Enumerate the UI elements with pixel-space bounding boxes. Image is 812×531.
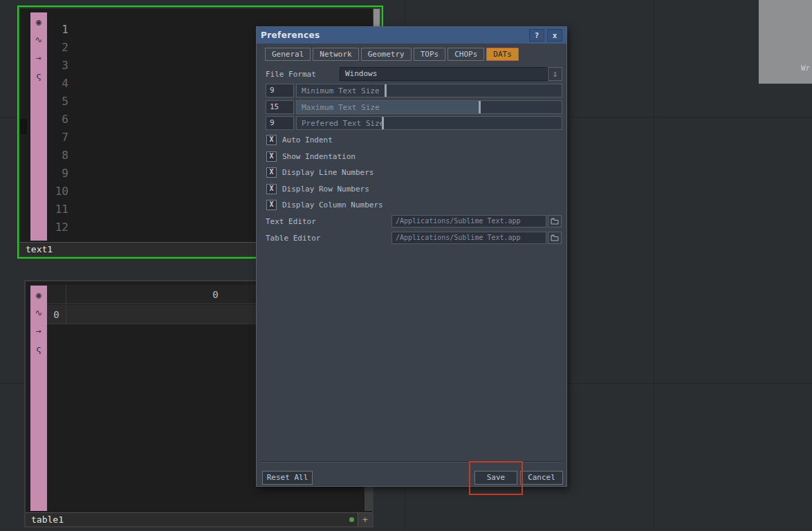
reset-all-button[interactable]: Reset All bbox=[262, 471, 313, 485]
min-text-size-slider[interactable]: Minimum Text Size bbox=[296, 84, 562, 97]
file-format-select[interactable]: Windows bbox=[340, 67, 548, 81]
folder-icon[interactable] bbox=[548, 232, 562, 244]
slider-handle[interactable] bbox=[382, 117, 384, 129]
text-editor-path-field[interactable]: /Applications/Sublime Text.app bbox=[391, 215, 546, 227]
save-highlight-annotation bbox=[469, 461, 523, 495]
line-number: 1 bbox=[52, 21, 68, 39]
slider-label: Maximum Text Size bbox=[302, 102, 380, 113]
line-number: 7 bbox=[52, 129, 68, 147]
cancel-button[interactable]: Cancel bbox=[520, 471, 563, 485]
checkbox-label: Display Row Numbers bbox=[282, 185, 369, 194]
close-icon[interactable]: x bbox=[547, 29, 562, 41]
checkbox-mark[interactable]: X bbox=[266, 200, 277, 210]
slider-handle[interactable] bbox=[385, 84, 387, 97]
folder-icon[interactable] bbox=[548, 215, 562, 227]
chevron-down-icon[interactable]: ⇩ bbox=[548, 67, 562, 81]
node-handle[interactable] bbox=[20, 119, 27, 134]
viewer-icon[interactable]: ◉ bbox=[30, 12, 47, 30]
node-toolbar: ◉ ∿ → ς bbox=[30, 12, 47, 241]
arrow-icon[interactable]: → bbox=[30, 322, 47, 339]
arrow-icon[interactable]: → bbox=[30, 48, 47, 66]
line-number: 8 bbox=[52, 147, 68, 165]
tab-geometry[interactable]: Geometry bbox=[361, 48, 412, 61]
max-text-size-slider[interactable]: Maximum Text Size bbox=[296, 100, 562, 114]
script-icon[interactable]: ς bbox=[30, 66, 47, 84]
viewer-icon[interactable]: ◉ bbox=[30, 286, 47, 304]
checkbox-label: Auto Indent bbox=[282, 136, 333, 145]
checkbox-mark[interactable]: X bbox=[266, 167, 277, 178]
node-toolbar: ◉ ∿ → ς bbox=[30, 286, 47, 511]
line-number: 4 bbox=[52, 75, 68, 93]
tab-network[interactable]: Network bbox=[313, 48, 358, 61]
dialog-titlebar[interactable]: Preferences ? x bbox=[257, 27, 566, 44]
table-row-header[interactable]: 0 bbox=[47, 305, 66, 324]
line-number: 2 bbox=[52, 39, 68, 57]
slider-label: Minimum Text Size bbox=[302, 85, 380, 97]
auto-indent-checkbox[interactable]: X Auto Indent bbox=[266, 135, 333, 145]
line-number: 3 bbox=[52, 57, 68, 75]
display-line-numbers-checkbox[interactable]: X Display Line Numbers bbox=[266, 167, 373, 177]
display-column-numbers-checkbox[interactable]: X Display Column Numbers bbox=[266, 200, 383, 209]
node-name-label[interactable]: table1 bbox=[26, 513, 346, 526]
tab-chops[interactable]: CHOPs bbox=[447, 48, 484, 61]
max-text-size-value[interactable]: 15 bbox=[266, 100, 294, 114]
text-editor-label: Text Editor bbox=[266, 217, 316, 226]
script-icon[interactable]: ς bbox=[30, 339, 47, 357]
slider-label: Prefered Text Size bbox=[302, 118, 384, 129]
grid-line bbox=[654, 0, 654, 531]
dialog-title: Preferences bbox=[261, 30, 320, 40]
checkbox-mark[interactable]: X bbox=[266, 135, 277, 145]
wave-icon[interactable]: ∿ bbox=[30, 304, 47, 322]
line-number-gutter: 1 2 3 4 5 6 7 8 9 10 11 12 bbox=[52, 21, 68, 236]
file-format-label: File Format bbox=[266, 70, 316, 79]
tab-dats[interactable]: DATs bbox=[486, 48, 519, 61]
add-button[interactable]: + bbox=[358, 513, 372, 526]
checkbox-label: Display Column Numbers bbox=[282, 201, 383, 209]
tab-general[interactable]: General bbox=[265, 48, 311, 61]
line-number: 6 bbox=[52, 111, 68, 129]
slider-handle[interactable] bbox=[479, 101, 481, 113]
table-corner-cell[interactable] bbox=[47, 285, 66, 304]
line-number: 12 bbox=[52, 218, 68, 236]
wave-icon[interactable]: ∿ bbox=[30, 30, 47, 48]
preferred-text-size-value[interactable]: 9 bbox=[266, 116, 294, 130]
status-dot-cell bbox=[346, 513, 358, 526]
show-indentation-checkbox[interactable]: X Show Indentation bbox=[266, 151, 356, 161]
line-number: 11 bbox=[52, 201, 68, 218]
line-number: 10 bbox=[52, 183, 68, 201]
corner-panel-text: Wr bbox=[801, 64, 810, 73]
display-row-numbers-checkbox[interactable]: X Display Row Numbers bbox=[266, 184, 369, 194]
help-button[interactable]: ? bbox=[529, 29, 544, 41]
min-text-size-value[interactable]: 9 bbox=[266, 84, 294, 97]
checkbox-label: Display Line Numbers bbox=[282, 168, 373, 177]
corner-panel: Wr bbox=[759, 0, 812, 84]
line-number: 9 bbox=[52, 165, 68, 183]
table-editor-path-field[interactable]: /Applications/Sublime Text.app bbox=[391, 232, 546, 244]
table-node-footer: table1 + bbox=[26, 512, 372, 526]
preferences-dialog: Preferences ? x General Network Geometry… bbox=[256, 26, 567, 487]
status-dot bbox=[349, 517, 354, 522]
tab-tops[interactable]: TOPs bbox=[414, 48, 446, 61]
checkbox-mark[interactable]: X bbox=[266, 184, 277, 194]
preferred-text-size-slider[interactable]: Prefered Text Size bbox=[296, 116, 562, 130]
network-editor-background: ◉ ∿ → ς 1 2 3 4 5 6 7 8 9 10 11 12 bbox=[0, 0, 812, 531]
checkbox-label: Show Indentation bbox=[282, 152, 356, 161]
checkbox-mark[interactable]: X bbox=[266, 151, 277, 162]
preferences-tabs: General Network Geometry TOPs CHOPs DATs bbox=[265, 48, 519, 61]
line-number: 5 bbox=[52, 93, 68, 111]
table-editor-label: Table Editor bbox=[266, 234, 320, 243]
